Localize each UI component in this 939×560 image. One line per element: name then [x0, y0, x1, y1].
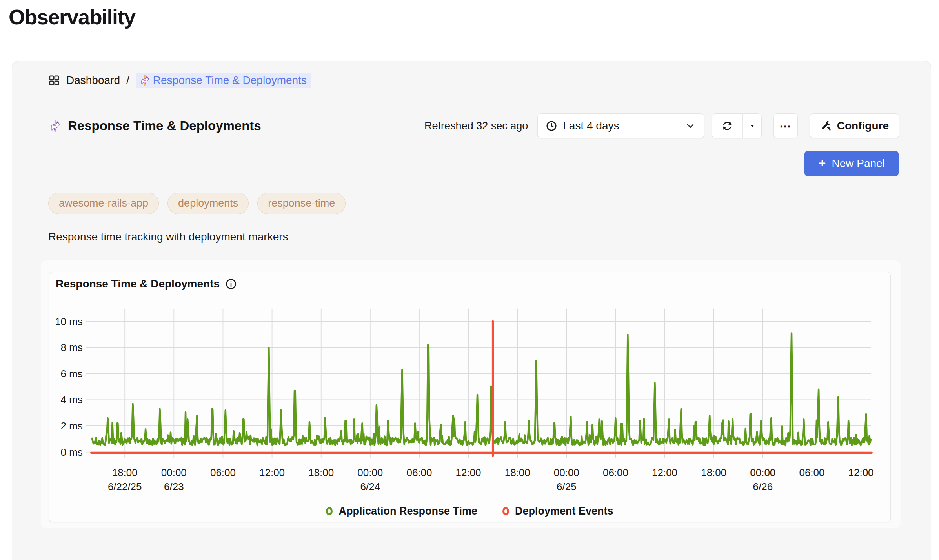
chevron-down-icon	[684, 120, 696, 132]
svg-text:06:00: 06:00	[799, 467, 824, 478]
legend-item-deployment-events[interactable]: Deployment Events	[502, 505, 613, 517]
svg-text:12:00: 12:00	[259, 467, 285, 478]
refresh-interval-button[interactable]	[743, 114, 761, 138]
tag-awesome-rails-app[interactable]: awesome-rails-app	[48, 193, 159, 214]
chart-legend: Application Response Time Deployment Eve…	[49, 505, 890, 517]
svg-text:18:00: 18:00	[308, 467, 334, 478]
svg-text:06:00: 06:00	[210, 467, 236, 478]
refresh-icon	[721, 120, 733, 132]
legend-marker-green	[326, 507, 333, 515]
dashboard-grid-icon	[48, 75, 60, 86]
legend-item-application-response-time[interactable]: Application Response Time	[326, 505, 477, 517]
header-controls: Refreshed 32 sec ago Last 4 days ⋯	[424, 113, 899, 138]
svg-text:12:00: 12:00	[848, 467, 874, 478]
breadcrumb-current-link[interactable]: Response Time & Deployments	[136, 73, 311, 88]
panel-title: Response Time & Deployments	[68, 118, 261, 133]
svg-text:0 ms: 0 ms	[61, 447, 83, 458]
svg-text:6/22/25: 6/22/25	[108, 481, 142, 492]
time-range-value: Last 4 days	[563, 120, 619, 132]
svg-text:6/26: 6/26	[753, 481, 773, 492]
configure-label: Configure	[837, 120, 889, 132]
svg-text:00:00: 00:00	[554, 467, 579, 478]
svg-text:12:00: 12:00	[652, 467, 677, 478]
chart-card: 0 ms2 ms4 ms6 ms8 ms10 ms18:006/22/2500:…	[49, 272, 891, 522]
tag-deployments[interactable]: deployments	[167, 193, 249, 214]
info-icon[interactable]	[225, 278, 237, 290]
page-title: Observability	[9, 5, 135, 29]
chart-title: Response Time & Deployments	[56, 278, 220, 290]
svg-text:8 ms: 8 ms	[61, 342, 83, 353]
tag-response-time[interactable]: response-time	[257, 193, 346, 214]
svg-text:18:00: 18:00	[701, 467, 726, 478]
svg-text:06:00: 06:00	[406, 467, 432, 478]
new-panel-label: New Panel	[832, 157, 884, 170]
svg-text:6/23: 6/23	[164, 481, 184, 492]
refresh-button[interactable]	[712, 114, 742, 138]
panel-heading: Response Time & Deployments	[48, 118, 261, 133]
response-time-chart: 0 ms2 ms4 ms6 ms8 ms10 ms18:006/22/2500:…	[49, 272, 890, 522]
tag-list: awesome-rails-app deployments response-t…	[48, 193, 346, 214]
breadcrumb-separator: /	[126, 74, 129, 87]
chart-section: 0 ms2 ms4 ms6 ms8 ms10 ms18:006/22/2500:…	[41, 260, 901, 528]
tools-icon	[820, 120, 832, 132]
clock-icon	[546, 120, 557, 132]
observability-page: Observability Dashboard / Response Time …	[0, 0, 939, 560]
svg-text:6 ms: 6 ms	[61, 368, 83, 379]
carousel-horse-icon	[48, 119, 62, 133]
svg-text:18:00: 18:00	[112, 467, 138, 478]
breadcrumb-dashboard-link[interactable]: Dashboard	[66, 74, 120, 87]
configure-button[interactable]: Configure	[810, 113, 899, 138]
svg-text:6/24: 6/24	[360, 481, 380, 492]
breadcrumb: Dashboard / Response Time & Deployments	[48, 71, 311, 89]
refresh-split-button	[712, 113, 762, 138]
svg-text:12:00: 12:00	[456, 467, 481, 478]
panel-header-row: Response Time & Deployments Refreshed 32…	[48, 112, 899, 140]
svg-text:06:00: 06:00	[603, 467, 628, 478]
legend-label: Application Response Time	[338, 505, 477, 517]
refreshed-status: Refreshed 32 sec ago	[424, 120, 528, 132]
svg-text:6/25: 6/25	[557, 481, 576, 492]
header-divider	[35, 100, 908, 100]
svg-text:00:00: 00:00	[357, 467, 383, 478]
time-range-select[interactable]: Last 4 days	[537, 113, 704, 138]
legend-label: Deployment Events	[515, 505, 613, 517]
dashboard-card: Dashboard / Response Time & Deployments …	[12, 61, 931, 560]
svg-text:2 ms: 2 ms	[61, 420, 83, 431]
breadcrumb-current-label: Response Time & Deployments	[153, 74, 307, 87]
caret-down-icon	[748, 122, 757, 130]
new-panel-button[interactable]: + New Panel	[804, 151, 899, 176]
svg-text:18:00: 18:00	[505, 467, 530, 478]
carousel-horse-icon	[139, 75, 151, 86]
more-options-button[interactable]: ⋯	[773, 113, 798, 138]
svg-text:00:00: 00:00	[750, 467, 775, 478]
svg-text:4 ms: 4 ms	[61, 394, 83, 405]
chart-title-row: Response Time & Deployments	[56, 278, 237, 290]
plus-icon: +	[818, 156, 826, 169]
svg-text:00:00: 00:00	[161, 467, 187, 478]
panel-description: Response time tracking with deployment m…	[48, 231, 288, 243]
svg-text:10 ms: 10 ms	[55, 316, 83, 327]
legend-marker-red	[502, 507, 509, 515]
